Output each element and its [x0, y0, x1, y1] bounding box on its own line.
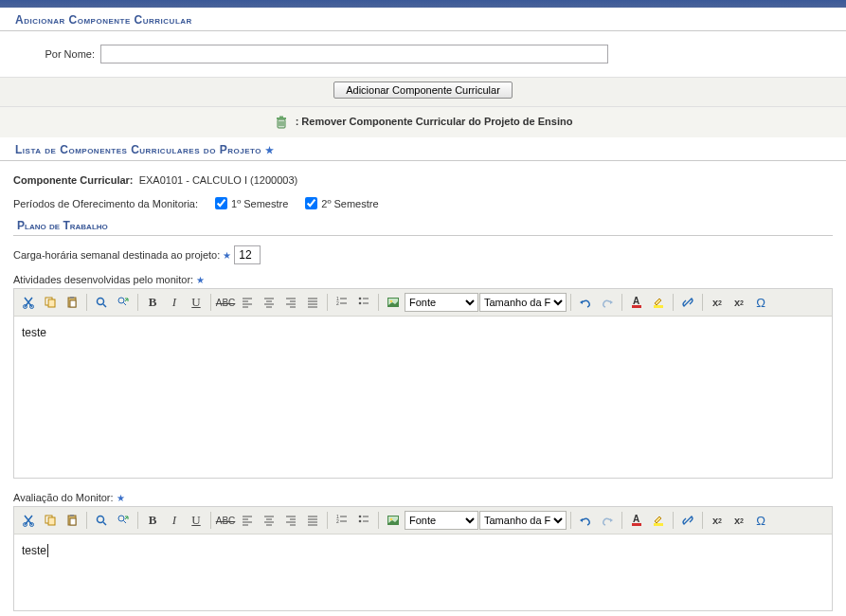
- italic-icon[interactable]: I: [164, 510, 185, 531]
- align-justify-icon[interactable]: [302, 510, 323, 531]
- bold-icon[interactable]: B: [142, 292, 163, 313]
- add-componente-button[interactable]: Adicionar Componente Curricular: [333, 82, 513, 99]
- por-nome-input[interactable]: [100, 45, 608, 63]
- paste-icon[interactable]: [62, 292, 82, 313]
- editor-toolbar-2: B I U ABC 12 Fonte Tamanho da Fo A: [14, 507, 832, 534]
- redo-icon[interactable]: [597, 292, 618, 313]
- top-accent-bar: [0, 0, 846, 8]
- componente-label: Componente Curricular:: [13, 174, 134, 186]
- underline-icon[interactable]: U: [186, 292, 207, 313]
- font-size-select[interactable]: Tamanho da Fo: [479, 293, 567, 312]
- atividades-textarea[interactable]: teste: [14, 317, 832, 478]
- remove-instruction-text: : Remover Componente Curricular do Proje…: [296, 116, 573, 127]
- highlight-color-icon[interactable]: [648, 510, 669, 531]
- align-left-icon[interactable]: [237, 510, 258, 531]
- image-icon[interactable]: [383, 510, 404, 531]
- svg-rect-49: [48, 517, 55, 525]
- svg-rect-44: [632, 305, 641, 308]
- svg-point-82: [390, 518, 393, 521]
- link-icon[interactable]: [677, 292, 698, 313]
- svg-rect-52: [70, 518, 76, 525]
- image-icon[interactable]: [383, 292, 404, 313]
- periodos-label: Períodos de Oferecimento da Monitoria:: [13, 198, 198, 209]
- find-icon[interactable]: [91, 510, 112, 531]
- carga-label: Carga-horária semanal destinada ao proje…: [13, 249, 220, 261]
- align-center-icon[interactable]: [259, 510, 279, 531]
- avaliacao-label: Avaliação do Monitor: ★: [13, 486, 833, 506]
- text-color-icon[interactable]: A: [626, 510, 647, 531]
- bold-icon[interactable]: B: [142, 510, 163, 531]
- carga-row: Carga-horária semanal destinada ao proje…: [13, 242, 833, 268]
- undo-icon[interactable]: [575, 510, 596, 531]
- svg-rect-84: [632, 523, 641, 526]
- highlight-color-icon[interactable]: [648, 292, 669, 313]
- sem1-checkbox[interactable]: [215, 197, 227, 209]
- svg-rect-51: [70, 515, 74, 516]
- atividades-label: Atividades desenvolvidas pelo monitor: ★: [13, 268, 833, 288]
- align-right-icon[interactable]: [280, 292, 301, 313]
- sem1-label: 1º Semestre: [231, 198, 288, 209]
- cut-icon[interactable]: [18, 510, 39, 531]
- align-left-icon[interactable]: [237, 292, 258, 313]
- unordered-list-icon[interactable]: [353, 510, 374, 531]
- svg-point-53: [98, 516, 104, 523]
- section-add-componente: Adicionar Componente Curricular: [0, 8, 846, 31]
- svg-rect-12: [70, 300, 76, 307]
- svg-point-42: [390, 300, 393, 303]
- remove-instruction-bar: : Remover Componente Curricular do Proje…: [0, 107, 846, 137]
- ordered-list-icon[interactable]: 12: [332, 510, 352, 531]
- subscript-icon[interactable]: x2: [707, 292, 728, 313]
- align-center-icon[interactable]: [259, 292, 279, 313]
- replace-icon[interactable]: [113, 292, 134, 313]
- superscript-icon[interactable]: x2: [729, 510, 749, 531]
- find-icon[interactable]: [91, 292, 112, 313]
- svg-text:2: 2: [336, 300, 339, 306]
- svg-line-56: [124, 521, 127, 524]
- svg-text:A: A: [633, 296, 639, 306]
- svg-line-54: [103, 522, 106, 525]
- superscript-icon[interactable]: x2: [729, 292, 749, 313]
- avaliacao-textarea[interactable]: teste: [14, 534, 832, 610]
- link-icon[interactable]: [677, 510, 698, 531]
- align-justify-icon[interactable]: [302, 292, 323, 313]
- omega-icon[interactable]: Ω: [750, 292, 771, 313]
- unordered-list-icon[interactable]: [353, 292, 374, 313]
- align-right-icon[interactable]: [280, 510, 301, 531]
- svg-line-16: [124, 303, 127, 306]
- componente-row: Componente Curricular: EXA0101 - CALCULO…: [13, 169, 833, 191]
- svg-rect-2: [279, 117, 283, 118]
- svg-text:2: 2: [336, 518, 339, 524]
- ordered-list-icon[interactable]: 12: [332, 292, 352, 313]
- strikethrough-icon[interactable]: ABC: [215, 510, 236, 531]
- svg-rect-11: [70, 297, 74, 299]
- required-star-icon: ★: [117, 493, 125, 503]
- sem2-checkbox[interactable]: [305, 197, 317, 209]
- svg-line-14: [103, 304, 106, 307]
- text-color-icon[interactable]: A: [626, 292, 647, 313]
- componente-value: EXA0101 - CALCULO I (1200003): [139, 174, 298, 186]
- editor-toolbar: B I U ABC 12 Fonte Tamanho da Fo A: [14, 289, 832, 317]
- plano-trabalho-header: Plano de Trabalho: [13, 215, 833, 236]
- paste-icon[interactable]: [62, 510, 82, 531]
- subscript-icon[interactable]: x2: [707, 510, 728, 531]
- atividades-editor: B I U ABC 12 Fonte Tamanho da Fo A: [13, 288, 833, 479]
- copy-icon[interactable]: [40, 510, 61, 531]
- font-family-select[interactable]: Fonte: [405, 293, 478, 312]
- replace-icon[interactable]: [113, 510, 134, 531]
- italic-icon[interactable]: I: [164, 292, 185, 313]
- svg-point-78: [359, 520, 362, 523]
- por-nome-label: Por Nome:: [28, 48, 95, 60]
- copy-icon[interactable]: [40, 292, 61, 313]
- carga-input[interactable]: [234, 245, 261, 264]
- font-family-select[interactable]: Fonte: [405, 511, 478, 530]
- strikethrough-icon[interactable]: ABC: [215, 292, 236, 313]
- cut-icon[interactable]: [18, 292, 39, 313]
- redo-icon[interactable]: [597, 510, 618, 531]
- underline-icon[interactable]: U: [186, 510, 207, 531]
- undo-icon[interactable]: [575, 292, 596, 313]
- svg-rect-9: [48, 299, 55, 307]
- font-size-select[interactable]: Tamanho da Fo: [479, 511, 567, 530]
- svg-point-15: [118, 298, 124, 303]
- required-star-icon: ★: [265, 145, 275, 155]
- omega-icon[interactable]: Ω: [750, 510, 771, 531]
